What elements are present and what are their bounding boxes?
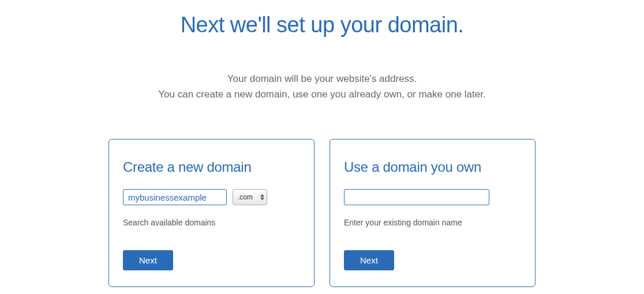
use-domain-title: Use a domain you own (344, 159, 521, 175)
svg-marker-1 (260, 198, 264, 201)
create-domain-next-button[interactable]: Next (123, 250, 173, 270)
page-subtitle: Your domain will be your website's addre… (0, 71, 644, 102)
use-domain-help-text: Enter your existing domain name (344, 218, 521, 227)
tld-selected-label: .com (238, 193, 253, 201)
subtitle-line-2: You can create a new domain, use one you… (0, 86, 644, 102)
create-domain-title: Create a new domain (123, 159, 300, 175)
page-title: Next we'll set up your domain. (0, 0, 644, 37)
create-domain-card: Create a new domain .com Search availabl… (108, 139, 314, 287)
create-domain-input-row: .com (123, 189, 300, 205)
tld-select[interactable]: .com (233, 189, 267, 205)
create-domain-help-text: Search available domains (123, 218, 300, 227)
subtitle-line-1: Your domain will be your website's addre… (0, 71, 644, 86)
use-domain-input[interactable] (344, 189, 489, 205)
domain-cards-container: Create a new domain .com Search availabl… (0, 139, 644, 287)
use-domain-card: Use a domain you own Enter your existing… (330, 139, 536, 287)
stepper-icon (260, 194, 264, 201)
use-domain-next-button[interactable]: Next (344, 250, 394, 270)
svg-marker-0 (260, 194, 264, 197)
create-domain-input[interactable] (123, 189, 227, 205)
use-domain-input-row (344, 189, 521, 205)
